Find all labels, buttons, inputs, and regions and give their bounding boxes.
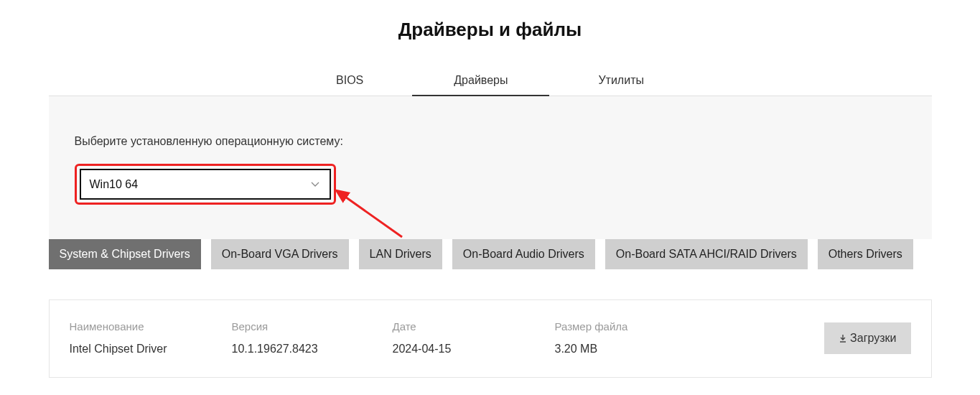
cat-onboard-audio[interactable]: On-Board Audio Drivers xyxy=(452,239,595,269)
tab-bios[interactable]: BIOS xyxy=(330,67,369,96)
driver-version: 10.1.19627.8423 xyxy=(232,343,393,356)
driver-category-tabs: System & Chipset Drivers On-Board VGA Dr… xyxy=(49,239,932,269)
driver-size: 3.20 MB xyxy=(555,343,825,356)
driver-row: Наименование Intel Chipset Driver Версия… xyxy=(49,299,932,378)
tab-drivers[interactable]: Драйверы xyxy=(448,67,513,96)
cat-onboard-vga[interactable]: On-Board VGA Drivers xyxy=(211,239,349,269)
driver-date: 2024-04-15 xyxy=(393,343,555,356)
col-label-size: Размер файла xyxy=(555,320,825,333)
os-select[interactable]: Win10 64 xyxy=(80,169,331,200)
os-select-highlight: Win10 64 xyxy=(75,164,336,205)
download-label: Загрузки xyxy=(850,332,896,345)
col-label-date: Дате xyxy=(393,320,555,333)
page-title: Драйверы и файлы xyxy=(49,19,932,41)
os-select-label: Выберите установленную операционную сист… xyxy=(75,135,906,148)
download-button[interactable]: Загрузки xyxy=(824,322,910,354)
os-select-value: Win10 64 xyxy=(90,178,139,191)
chevron-down-icon xyxy=(311,180,319,189)
col-label-version: Версия xyxy=(232,320,393,333)
cat-others[interactable]: Others Drivers xyxy=(818,239,913,269)
driver-name: Intel Chipset Driver xyxy=(70,343,232,356)
download-icon xyxy=(839,334,847,343)
col-label-name: Наименование xyxy=(70,320,232,333)
os-selector-panel: Выберите установленную операционную сист… xyxy=(49,96,932,239)
main-tabs: BIOS Драйверы Утилиты xyxy=(49,67,932,96)
cat-sata-ahci-raid[interactable]: On-Board SATA AHCI/RAID Drivers xyxy=(605,239,808,269)
cat-system-chipset[interactable]: System & Chipset Drivers xyxy=(49,239,201,269)
cat-lan[interactable]: LAN Drivers xyxy=(359,239,442,269)
tab-utilities[interactable]: Утилиты xyxy=(592,67,650,96)
